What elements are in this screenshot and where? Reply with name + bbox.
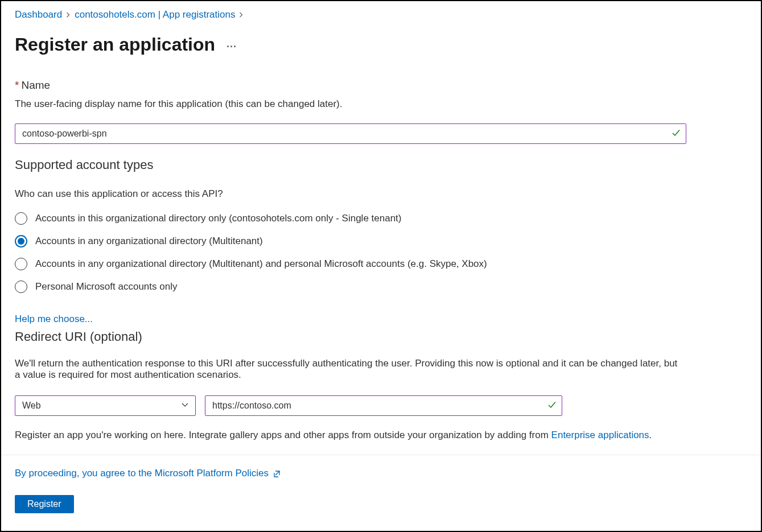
name-input[interactable]: [15, 123, 686, 144]
radio-icon: [15, 281, 27, 293]
account-type-option-multitenant-personal[interactable]: Accounts in any organizational directory…: [15, 258, 747, 270]
radio-label: Accounts in any organizational directory…: [35, 236, 263, 247]
radio-label: Personal Microsoft accounts only: [35, 281, 177, 292]
radio-label: Accounts in any organizational directory…: [35, 258, 487, 270]
radio-icon: [15, 235, 27, 248]
account-types-question: Who can use this application or access t…: [15, 188, 747, 200]
chevron-right-icon: [65, 12, 71, 18]
name-input-wrap: [15, 123, 686, 144]
breadcrumb-dashboard[interactable]: Dashboard: [15, 9, 62, 20]
required-star-icon: *: [15, 79, 19, 91]
account-types-heading: Supported account types: [15, 158, 747, 172]
redirect-uri-input[interactable]: [205, 395, 562, 416]
checkmark-icon: [547, 401, 557, 411]
name-description: The user-facing display name for this ap…: [15, 98, 747, 110]
register-button[interactable]: Register: [15, 495, 74, 513]
redirect-uri-description: We'll return the authentication response…: [15, 358, 681, 381]
external-link-icon: [273, 469, 282, 478]
checkmark-icon: [672, 129, 681, 139]
platform-select[interactable]: Web: [15, 395, 196, 416]
more-actions-button[interactable]: ···: [226, 36, 237, 53]
breadcrumb: Dashboard contosohotels.com | App regist…: [15, 7, 747, 20]
chevron-right-icon: [238, 12, 244, 18]
redirect-uri-heading: Redirect URI (optional): [15, 329, 747, 344]
integrate-footer-text: Register an app you're working on here. …: [15, 430, 747, 441]
account-type-option-multitenant[interactable]: Accounts in any organizational directory…: [15, 235, 747, 248]
name-label: *Name: [15, 79, 747, 92]
divider: [1, 455, 761, 455]
redirect-uri-input-wrap: [205, 395, 562, 416]
radio-icon: [15, 212, 27, 225]
platform-select-value: Web: [22, 401, 41, 411]
enterprise-applications-link[interactable]: Enterprise applications: [551, 430, 649, 440]
account-type-radio-group: Accounts in this organizational director…: [15, 212, 747, 293]
radio-icon: [15, 258, 27, 270]
account-type-option-personal[interactable]: Personal Microsoft accounts only: [15, 281, 747, 293]
radio-label: Accounts in this organizational director…: [35, 213, 402, 224]
breadcrumb-app-registrations[interactable]: contosohotels.com | App registrations: [75, 9, 235, 20]
help-me-choose-link[interactable]: Help me choose...: [15, 314, 93, 325]
page-title: Register an application: [15, 34, 215, 55]
account-type-option-single-tenant[interactable]: Accounts in this organizational director…: [15, 212, 747, 225]
platform-policies-link[interactable]: By proceeding, you agree to the Microsof…: [15, 468, 282, 479]
